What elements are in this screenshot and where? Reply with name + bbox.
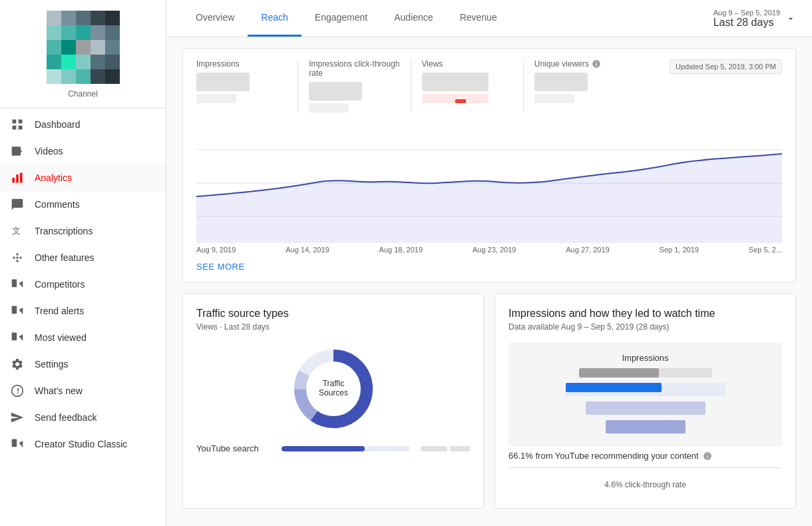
x-label-2: Aug 18, 2019 bbox=[379, 246, 423, 254]
videos-icon bbox=[11, 144, 24, 158]
svg-rect-11 bbox=[61, 40, 76, 55]
stats-header-row: Impressions Impressions click-through ra… bbox=[196, 59, 782, 118]
dashboard-icon bbox=[11, 118, 24, 131]
sidebar-item-dashboard-label: Dashboard bbox=[35, 119, 81, 130]
x-label-6: Sep 5, 2... bbox=[749, 246, 782, 254]
sidebar-item-dashboard[interactable]: Dashboard bbox=[0, 111, 166, 138]
funnel-stat-1-row: 66.1% from YouTube recommending your con… bbox=[508, 451, 782, 461]
svg-rect-25 bbox=[13, 120, 17, 124]
sidebar-item-comments-label: Comments bbox=[35, 199, 80, 210]
tab-engagement[interactable]: Engagement bbox=[302, 0, 381, 37]
traffic-sources-card: Traffic source types Views · Last 28 day… bbox=[182, 294, 484, 509]
stat-chart-views bbox=[422, 94, 489, 103]
stat-value-views bbox=[422, 73, 489, 91]
sidebar-item-comments[interactable]: Comments bbox=[0, 191, 166, 218]
svg-rect-8 bbox=[91, 25, 105, 40]
sidebar-item-whats-new[interactable]: ! What's new bbox=[0, 378, 166, 404]
funnel-impressions-bar-inner bbox=[579, 368, 659, 378]
bottom-cards: Traffic source types Views · Last 28 day… bbox=[182, 294, 796, 509]
updated-label: Updated Sep 5, 2019, 3:00 PM bbox=[670, 59, 782, 74]
svg-text:文: 文 bbox=[12, 226, 21, 236]
tab-reach[interactable]: Reach bbox=[248, 0, 301, 37]
sidebar-item-settings-label: Settings bbox=[35, 359, 69, 370]
main-content: Overview Reach Engagement Audience Reven… bbox=[166, 0, 812, 526]
traffic-bar-outer bbox=[282, 446, 410, 451]
sidebar-item-settings[interactable]: Settings bbox=[0, 351, 166, 378]
sidebar-item-whats-new-label: What's new bbox=[35, 386, 83, 396]
sidebar-item-other-features[interactable]: Other features bbox=[0, 244, 166, 271]
svg-rect-14 bbox=[105, 40, 120, 55]
sidebar-item-transcriptions[interactable]: 文 Transcriptions bbox=[0, 218, 166, 244]
date-range-sub: Aug 9 – Sep 5, 2019 bbox=[713, 9, 780, 17]
sidebar-item-transcriptions-label: Transcriptions bbox=[35, 226, 93, 236]
svg-rect-12 bbox=[76, 40, 91, 55]
donut-container: Traffic Sources bbox=[196, 342, 470, 435]
sidebar-item-most-viewed[interactable]: Most viewed bbox=[0, 324, 166, 351]
tab-audience[interactable]: Audience bbox=[381, 0, 446, 37]
funnel-container: Impressions bbox=[508, 342, 782, 447]
svg-point-35 bbox=[16, 256, 18, 258]
funnel-stat-1: 66.1% from YouTube recommending your con… bbox=[508, 451, 782, 461]
channel-label: Channel bbox=[0, 89, 166, 99]
send-feedback-icon bbox=[11, 411, 24, 424]
svg-rect-60 bbox=[586, 401, 706, 415]
funnel-impressions-bar-container bbox=[519, 368, 771, 378]
svg-marker-45 bbox=[19, 334, 23, 341]
svg-marker-41 bbox=[19, 281, 23, 288]
content-area: Impressions Impressions click-through ra… bbox=[166, 37, 812, 526]
svg-rect-40 bbox=[12, 280, 17, 288]
stats-card: Impressions Impressions click-through ra… bbox=[182, 48, 796, 283]
date-range-main: Last 28 days bbox=[713, 17, 780, 29]
svg-rect-10 bbox=[47, 40, 61, 55]
tab-revenue[interactable]: Revenue bbox=[447, 0, 510, 37]
svg-rect-32 bbox=[16, 174, 18, 183]
see-more-link[interactable]: SEE MORE bbox=[196, 262, 245, 272]
sidebar: Channel Dashboard Videos Analytics Comme… bbox=[0, 0, 166, 526]
svg-rect-22 bbox=[76, 69, 91, 84]
most-viewed-icon bbox=[11, 331, 24, 344]
impressions-funnel-title: Impressions and how they led to watch ti… bbox=[508, 308, 782, 320]
svg-rect-16 bbox=[61, 55, 76, 69]
sidebar-item-trend-alerts[interactable]: Trend alerts bbox=[0, 298, 166, 324]
traffic-value-placeholder-1 bbox=[421, 446, 447, 451]
sidebar-item-other-features-label: Other features bbox=[35, 252, 95, 263]
settings-icon bbox=[11, 358, 24, 371]
whats-new-icon: ! bbox=[11, 384, 24, 397]
sidebar-item-creator-studio[interactable]: Creator Studio Classic bbox=[0, 431, 166, 457]
sidebar-item-most-viewed-label: Most viewed bbox=[35, 332, 87, 343]
sidebar-item-competitors[interactable]: Competitors bbox=[0, 271, 166, 298]
svg-rect-5 bbox=[47, 25, 61, 40]
sidebar-item-competitors-label: Competitors bbox=[35, 279, 85, 290]
info-icon bbox=[592, 59, 601, 69]
stat-item-impressions: Impressions bbox=[196, 59, 298, 113]
svg-point-37 bbox=[19, 256, 21, 258]
svg-rect-21 bbox=[61, 69, 76, 84]
chart-x-labels: Aug 9, 2019 Aug 14, 2019 Aug 18, 2019 Au… bbox=[196, 243, 782, 256]
date-range-selector[interactable]: Aug 9 – Sep 5, 2019 Last 28 days bbox=[713, 9, 796, 29]
comments-icon bbox=[11, 198, 24, 211]
svg-text:!: ! bbox=[17, 386, 19, 395]
stat-chart-impressions-ctr bbox=[309, 103, 349, 113]
updated-info: Updated Sep 5, 2019, 3:00 PM bbox=[636, 59, 782, 79]
svg-rect-20 bbox=[47, 69, 61, 84]
stat-chart-unique-viewers bbox=[534, 94, 574, 103]
analytics-icon bbox=[11, 171, 24, 184]
svg-rect-29 bbox=[12, 146, 21, 155]
svg-rect-0 bbox=[47, 11, 61, 25]
svg-rect-24 bbox=[105, 69, 120, 84]
traffic-source-label: YouTube search bbox=[196, 443, 276, 453]
stat-item-impressions-ctr: Impressions click-through rate bbox=[298, 59, 411, 113]
sidebar-item-analytics[interactable]: Analytics bbox=[0, 164, 166, 191]
svg-rect-7 bbox=[76, 25, 91, 40]
stat-label-impressions-ctr: Impressions click-through rate bbox=[309, 59, 399, 78]
funnel-ctr: 4.6% click-through rate bbox=[508, 475, 782, 495]
chart-area: Aug 9, 2019 Aug 14, 2019 Aug 18, 2019 Au… bbox=[196, 118, 782, 282]
sidebar-item-send-feedback[interactable]: Send feedback bbox=[0, 404, 166, 431]
sidebar-item-videos[interactable]: Videos bbox=[0, 138, 166, 164]
svg-rect-2 bbox=[76, 11, 91, 25]
traffic-sources-subtitle: Views · Last 28 days bbox=[196, 322, 470, 332]
x-label-4: Aug 27, 2019 bbox=[566, 246, 609, 254]
svg-marker-43 bbox=[19, 308, 23, 314]
funnel-divider bbox=[508, 467, 782, 468]
tab-overview[interactable]: Overview bbox=[182, 0, 248, 37]
